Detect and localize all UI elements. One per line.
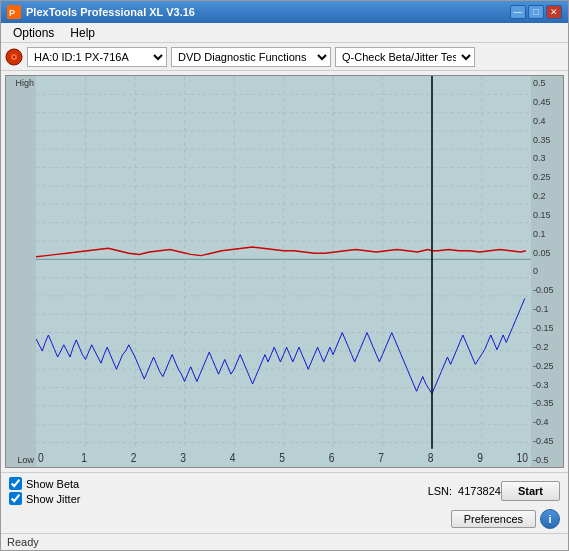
title-bar: P PlexTools Professional XL V3.16 — □ ✕ — [1, 1, 568, 23]
chart-svg: 0 1 2 3 4 5 6 7 8 9 10 — [36, 76, 531, 467]
y-right-n015: -0.15 — [533, 323, 561, 333]
svg-text:8: 8 — [428, 451, 434, 464]
y-right-04: 0.4 — [533, 116, 561, 126]
prefs-row: Preferences i — [9, 509, 560, 529]
y-right-035: 0.35 — [533, 135, 561, 145]
y-right-n005: -0.05 — [533, 285, 561, 295]
svg-text:9: 9 — [477, 451, 483, 464]
window-title: PlexTools Professional XL V3.16 — [26, 6, 510, 18]
bottom-bar: Show Beta Show Jitter LSN: 4173824 Start… — [1, 472, 568, 533]
svg-text:6: 6 — [329, 451, 335, 464]
y-right-n01: -0.1 — [533, 304, 561, 314]
function-select[interactable]: DVD Diagnostic Functions — [171, 47, 331, 67]
lsn-area: LSN: 4173824 — [428, 485, 501, 497]
toolbar: HA:0 ID:1 PX-716A DVD Diagnostic Functio… — [1, 43, 568, 71]
y-right-005: 0.05 — [533, 248, 561, 258]
main-window: P PlexTools Professional XL V3.16 — □ ✕ … — [0, 0, 569, 551]
checkboxes: Show Beta Show Jitter — [9, 477, 408, 505]
app-icon: P — [7, 5, 21, 19]
show-jitter-row: Show Jitter — [9, 492, 408, 505]
y-right-n05: -0.5 — [533, 455, 561, 465]
y-right-01: 0.1 — [533, 229, 561, 239]
y-right-n04: -0.4 — [533, 417, 561, 427]
minimize-button[interactable]: — — [510, 5, 526, 19]
show-jitter-label: Show Jitter — [26, 493, 80, 505]
chart-area: High Low — [5, 75, 564, 468]
y-right-n03: -0.3 — [533, 380, 561, 390]
y-right-02: 0.2 — [533, 191, 561, 201]
close-button[interactable]: ✕ — [546, 5, 562, 19]
svg-text:0: 0 — [38, 451, 44, 464]
y-axis-right: 0.5 0.45 0.4 0.35 0.3 0.25 0.2 0.15 0.1 … — [531, 76, 563, 467]
svg-text:1: 1 — [81, 451, 87, 464]
menu-options[interactable]: Options — [5, 24, 62, 42]
y-right-0: 0 — [533, 266, 561, 276]
svg-text:P: P — [9, 8, 15, 18]
y-right-03: 0.3 — [533, 153, 561, 163]
y-right-n02: -0.2 — [533, 342, 561, 352]
show-beta-checkbox[interactable] — [9, 477, 22, 490]
right-buttons: Start — [501, 481, 560, 501]
drive-select[interactable]: HA:0 ID:1 PX-716A — [27, 47, 167, 67]
maximize-button[interactable]: □ — [528, 5, 544, 19]
lsn-value: 4173824 — [458, 485, 501, 497]
status-text: Ready — [7, 536, 39, 548]
show-jitter-checkbox[interactable] — [9, 492, 22, 505]
svg-text:3: 3 — [180, 451, 186, 464]
show-beta-row: Show Beta — [9, 477, 408, 490]
y-right-015: 0.15 — [533, 210, 561, 220]
svg-text:2: 2 — [131, 451, 137, 464]
show-beta-label: Show Beta — [26, 478, 79, 490]
y-right-045: 0.45 — [533, 97, 561, 107]
y-left-high: High — [8, 78, 34, 88]
y-axis-left: High Low — [6, 76, 36, 467]
menu-help[interactable]: Help — [62, 24, 103, 42]
y-right-05: 0.5 — [533, 78, 561, 88]
svg-text:7: 7 — [378, 451, 384, 464]
svg-point-4 — [13, 56, 15, 58]
status-bar: Ready — [1, 533, 568, 550]
chart-inner: 0 1 2 3 4 5 6 7 8 9 10 — [36, 76, 531, 467]
svg-text:10: 10 — [517, 451, 528, 464]
y-right-n035: -0.35 — [533, 398, 561, 408]
y-right-025: 0.25 — [533, 172, 561, 182]
lsn-label: LSN: — [428, 485, 452, 497]
test-select[interactable]: Q-Check Beta/Jitter Test — [335, 47, 475, 67]
y-right-n045: -0.45 — [533, 436, 561, 446]
y-right-n025: -0.25 — [533, 361, 561, 371]
window-controls: — □ ✕ — [510, 5, 562, 19]
svg-text:5: 5 — [279, 451, 285, 464]
y-left-low: Low — [8, 455, 34, 465]
bottom-controls: Show Beta Show Jitter LSN: 4173824 Start — [9, 477, 560, 505]
drive-icon — [5, 48, 23, 66]
svg-text:4: 4 — [230, 451, 236, 464]
preferences-button[interactable]: Preferences — [451, 510, 536, 528]
menu-bar: Options Help — [1, 23, 568, 43]
info-button[interactable]: i — [540, 509, 560, 529]
start-button[interactable]: Start — [501, 481, 560, 501]
